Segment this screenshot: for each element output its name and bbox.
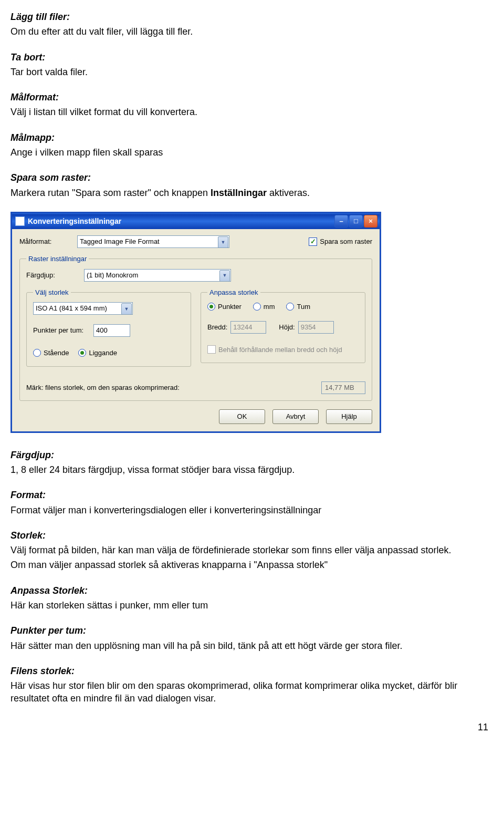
- heading-add-files: Lägg till filer:: [10, 11, 488, 23]
- heading-target-folder: Målmapp:: [10, 131, 488, 144]
- combo-value: ISO A1 (841 x 594 mm): [36, 304, 107, 313]
- text-filesize: Här visas hur stor filen blir om den spa…: [10, 679, 488, 705]
- close-button[interactable]: ×: [364, 215, 377, 228]
- chevron-down-icon: ▼: [219, 270, 230, 282]
- group-raster-settings: Raster inställningar Färgdjup: (1 bit) M…: [19, 254, 372, 401]
- label-color-depth: Färgdjup:: [26, 271, 84, 280]
- radio-inches[interactable]: Tum: [286, 302, 310, 312]
- radio-icon: [78, 349, 86, 357]
- input-height: 9354: [298, 321, 334, 334]
- value-filesize: 14,77 MB: [321, 381, 365, 394]
- ok-button[interactable]: OK: [219, 409, 265, 424]
- combo-color-depth[interactable]: (1 bit) Monokrom ▼: [84, 269, 231, 282]
- window-title: Konverteringsinställningar: [28, 216, 334, 226]
- text-adjust-size: Här kan storleken sättas i punker, mm el…: [10, 599, 488, 612]
- text-size-2: Om man väljer anpassad storlek så aktive…: [10, 559, 488, 571]
- radio-portrait[interactable]: Stående: [33, 348, 69, 358]
- radio-label: mm: [264, 302, 275, 312]
- heading-save-as-raster: Spara som raster:: [10, 171, 488, 184]
- group-adjust-size: Anpassa storlek Punkter mm: [201, 288, 365, 364]
- radio-points[interactable]: Punkter: [207, 302, 242, 312]
- combo-value: Tagged Image File Format: [80, 237, 160, 246]
- radio-label: Liggande: [89, 348, 117, 358]
- legend-raster: Raster inställningar: [26, 254, 89, 264]
- checkbox-keep-ratio: ✓: [207, 345, 216, 354]
- text-format: Format väljer man i konverteringsdialoge…: [10, 504, 488, 517]
- maximize-icon: □: [354, 216, 358, 226]
- combo-target-format[interactable]: Tagged Image File Format ▼: [77, 235, 229, 248]
- heading-target-format: Målformat:: [10, 91, 488, 104]
- app-icon: [15, 216, 25, 226]
- text-size-1: Välj format på bilden, här kan man välja…: [10, 544, 488, 556]
- heading-color-depth: Färgdjup:: [10, 449, 488, 461]
- text-save-as-raster: Markera rutan "Spara som raster" och kna…: [10, 187, 488, 199]
- heading-adjust-size: Anpassa Storlek:: [10, 584, 488, 597]
- text-target-folder: Ange i vilken mapp filen skall sparas: [10, 146, 488, 159]
- combo-value: (1 bit) Monokrom: [87, 271, 138, 280]
- minimize-icon: –: [339, 216, 343, 226]
- radio-label: Stående: [44, 348, 69, 358]
- heading-format: Format:: [10, 489, 488, 501]
- text-fragment: Markera rutan "Spara som raster" och kna…: [10, 188, 211, 198]
- label-width: Bredd:: [207, 323, 227, 332]
- radio-icon: [33, 349, 41, 357]
- heading-filesize: Filens storlek:: [10, 665, 488, 677]
- chevron-down-icon: ▼: [218, 236, 228, 248]
- heading-ppt: Punkter per tum:: [10, 624, 488, 637]
- radio-icon: [286, 303, 294, 311]
- radio-mm[interactable]: mm: [253, 302, 275, 312]
- text-color-depth: 1, 8 eller 24 bitars färgdjup, vissa for…: [10, 463, 488, 476]
- radio-label: Punkter: [218, 302, 242, 312]
- text-ppt: Här sätter man den upplösning man vill h…: [10, 639, 488, 652]
- heading-remove: Ta bort:: [10, 51, 488, 64]
- dialog-conversion-settings: Konverteringsinställningar – □ × Målform…: [10, 212, 381, 433]
- group-choose-size: Välj storlek ISO A1 (841 x 594 mm) ▼ Pun…: [26, 288, 191, 367]
- combo-size[interactable]: ISO A1 (841 x 594 mm) ▼: [33, 302, 133, 315]
- label-ppt: Punkter per tum:: [33, 326, 93, 335]
- label-save-as-raster: Spara som raster: [320, 237, 372, 246]
- legend-choose-size: Välj storlek: [33, 288, 71, 297]
- text-add-files: Om du efter att du valt filer, vill lägg…: [10, 25, 488, 38]
- help-button[interactable]: Hjälp: [326, 409, 372, 424]
- radio-label: Tum: [297, 302, 310, 312]
- label-keep-ratio: Behåll förhållande mellan bredd och höjd: [218, 345, 342, 355]
- radio-landscape[interactable]: Liggande: [78, 348, 117, 358]
- cancel-button[interactable]: Avbryt: [272, 409, 319, 424]
- text-fragment: aktiveras.: [267, 188, 310, 198]
- radio-icon: [207, 303, 215, 311]
- maximize-button[interactable]: □: [349, 215, 363, 228]
- input-width: 13244: [230, 321, 266, 334]
- close-icon: ×: [369, 216, 373, 226]
- titlebar[interactable]: Konverteringsinställningar – □ ×: [12, 213, 380, 229]
- input-ppt[interactable]: 400: [93, 324, 130, 337]
- minimize-button[interactable]: –: [334, 215, 348, 228]
- label-filesize-note: Märk: filens storlek, om den sparas okom…: [26, 383, 321, 392]
- label-height: Höjd:: [279, 323, 295, 332]
- heading-size: Storlek:: [10, 529, 488, 542]
- page-number: 11: [10, 721, 488, 734]
- checkbox-save-as-raster[interactable]: ✓: [309, 237, 317, 246]
- radio-icon: [253, 303, 261, 311]
- chevron-down-icon: ▼: [121, 303, 132, 315]
- legend-adjust-size: Anpassa storlek: [207, 288, 260, 297]
- text-target-format: Välj i listan till vilket format du vill…: [10, 106, 488, 118]
- text-bold-settings: Inställningar: [211, 188, 267, 198]
- text-remove: Tar bort valda filer.: [10, 66, 488, 78]
- label-target-format: Målformat:: [19, 237, 77, 246]
